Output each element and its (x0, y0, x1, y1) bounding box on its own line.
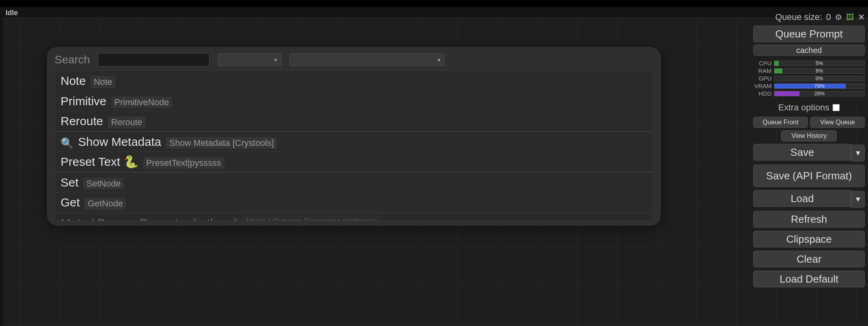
meter-label: HDD (753, 90, 774, 97)
search-result-row[interactable]: RerouteReroute (55, 111, 653, 132)
load-dropdown-button[interactable]: ▼ (851, 191, 865, 208)
load-button[interactable]: Load (753, 190, 851, 207)
view-queue-button[interactable]: View Queue (810, 117, 865, 128)
queue-size-row: Queue size: 0 ⚙ 🖼 ✕ (753, 12, 865, 22)
image-icon[interactable]: 🖼 (846, 13, 854, 22)
search-result-row[interactable]: GetGetNode (55, 192, 653, 213)
meter-bar: 5% (774, 61, 865, 66)
meter-value: 28% (774, 91, 864, 96)
result-name: Reroute (61, 114, 103, 129)
close-icon[interactable]: ✕ (858, 12, 865, 22)
result-name: Preset Text 🐍 (61, 154, 138, 169)
filter-select-1[interactable]: ▾ (218, 53, 281, 66)
result-tag: PrimitiveNode (111, 96, 172, 108)
refresh-button[interactable]: Refresh (753, 211, 865, 228)
queue-size-label: Queue size: (775, 12, 822, 22)
gear-icon[interactable]: ⚙ (835, 12, 842, 22)
meter-value: 79% (774, 84, 864, 88)
status-text: Idle (6, 9, 18, 17)
load-default-button[interactable]: Load Default (753, 271, 865, 287)
extra-options-checkbox[interactable] (833, 104, 840, 111)
result-tag: GetNode (84, 198, 126, 210)
meter-bar: 28% (774, 91, 865, 96)
save-api-button[interactable]: Save (API Format) (753, 165, 865, 187)
chevron-down-icon: ▾ (438, 57, 440, 63)
queue-front-button[interactable]: Queue Front (753, 117, 808, 128)
meter-value: 0% (774, 76, 864, 81)
meter-value: 9% (774, 69, 864, 73)
control-panel: Queue size: 0 ⚙ 🖼 ✕ Queue Prompt cached … (753, 12, 865, 287)
meter-label: RAM (753, 67, 774, 74)
search-result-row[interactable]: SetSetNode (55, 172, 653, 193)
result-name: Mute / Bypass Repeater (rgthree) (61, 216, 238, 221)
search-label: Search (55, 53, 90, 66)
search-result-row[interactable]: 🔍Show MetadataShow Metadata [Crystools] (55, 132, 653, 152)
search-result-row[interactable]: PrimitivePrimitiveNode (55, 91, 653, 112)
queue-size-value: 0 (826, 12, 831, 22)
search-input[interactable] (98, 53, 210, 67)
window-top-bar (0, 0, 868, 7)
meter-row-cpu: CPU5% (753, 60, 865, 67)
search-result-row[interactable]: Mute / Bypass Repeater (rgthree)Mute / B… (55, 213, 653, 221)
cached-tag: cached (753, 45, 865, 56)
queue-prompt-button[interactable]: Queue Prompt (753, 26, 865, 42)
result-name: Set (61, 175, 79, 190)
extra-options-label: Extra options (778, 102, 829, 113)
meter-row-vram: VRAM79% (753, 82, 865, 89)
meter-row-gpu: GPU0% (753, 75, 865, 82)
meter-bar: 9% (774, 68, 865, 74)
meter-label: GPU (753, 75, 774, 82)
search-results: NoteNotePrimitivePrimitiveNodeRerouteRer… (55, 71, 653, 221)
result-name: Get (61, 195, 80, 210)
meter-row-hdd: HDD28% (753, 90, 865, 97)
save-button[interactable]: Save (753, 144, 851, 161)
result-name: Show Metadata (78, 134, 161, 149)
view-history-button[interactable]: View History (781, 130, 837, 141)
node-search-popup: Search ▾ ▾ NoteNotePrimitivePrimitiveNod… (47, 47, 661, 226)
chevron-down-icon: ▾ (274, 57, 277, 63)
meter-value: 5% (774, 61, 864, 66)
meter-label: VRAM (753, 82, 774, 89)
result-name: Note (61, 73, 86, 88)
result-tag: Reroute (108, 116, 145, 128)
filter-select-2[interactable]: ▾ (289, 53, 445, 66)
meter-row-ram: RAM9% (753, 67, 865, 74)
result-tag: Mute / Bypass Repeater (rgthree) (243, 216, 379, 221)
resource-meters: CPU5%RAM9%GPU0%VRAM79%HDD28% (753, 60, 865, 97)
clear-button[interactable]: Clear (753, 251, 865, 267)
result-tag: Show Metadata [Crystools] (166, 137, 277, 149)
result-icon: 🔍 (61, 137, 73, 150)
search-result-row[interactable]: Preset Text 🐍PresetText|pysssss (55, 152, 653, 172)
result-tag: SetNode (83, 178, 124, 190)
result-tag: Note (90, 76, 115, 88)
result-tag: PresetText|pysssss (143, 157, 224, 169)
save-dropdown-button[interactable]: ▼ (851, 145, 865, 161)
meter-bar: 79% (774, 83, 865, 89)
meter-label: CPU (753, 60, 774, 67)
clipspace-button[interactable]: Clipspace (753, 231, 865, 247)
search-result-row[interactable]: NoteNote (55, 71, 653, 91)
meter-bar: 0% (774, 76, 865, 81)
result-name: Primitive (61, 94, 106, 109)
